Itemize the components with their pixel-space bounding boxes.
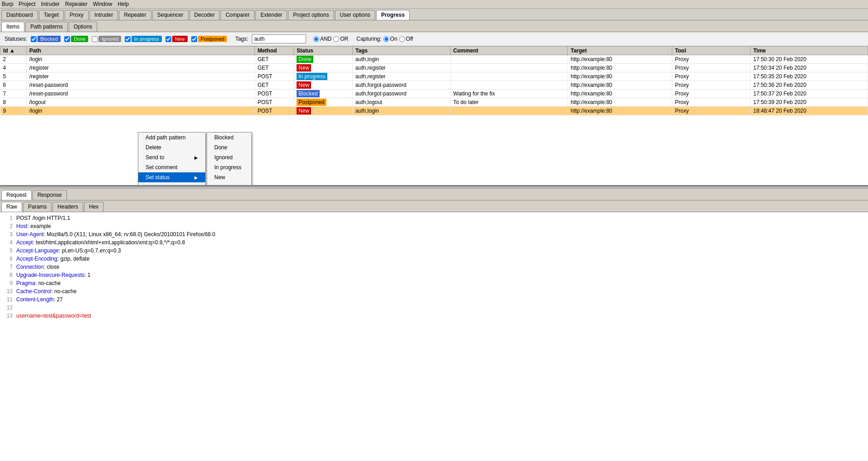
cell-tool: Proxy <box>672 72 750 81</box>
filter-inprogress[interactable]: In progress <box>125 36 162 42</box>
tab-sequencer[interactable]: Sequencer <box>152 10 189 20</box>
cell-path: /reset-password <box>26 90 255 98</box>
ctx-send-to[interactable]: Send to ▶ <box>138 152 205 162</box>
items-table-area[interactable]: Id ▲ Path Method Status Tags Comment Tar… <box>0 46 868 186</box>
tab-headers[interactable]: Headers <box>52 202 83 212</box>
cell-comment <box>450 72 568 81</box>
col-target[interactable]: Target <box>568 47 672 55</box>
filter-postponed[interactable]: Postponed <box>191 36 227 42</box>
table-row[interactable]: 2 /login GET Done auth,login http://exam… <box>0 55 868 64</box>
tab-raw[interactable]: Raw <box>1 202 22 212</box>
capturing-on[interactable]: On <box>383 36 397 42</box>
tab-request[interactable]: Request <box>1 190 32 200</box>
filter-blocked[interactable]: Blocked <box>31 36 61 42</box>
filter-done-checkbox[interactable] <box>64 36 70 42</box>
col-tool[interactable]: Tool <box>672 47 750 55</box>
cell-comment: Waiting for the fix <box>450 90 568 98</box>
menu-window[interactable]: Window <box>93 1 112 7</box>
table-row[interactable]: 6 /reset-password GET New auth,forgot-pa… <box>0 81 868 90</box>
filter-postponed-checkbox[interactable] <box>191 36 197 42</box>
col-method[interactable]: Method <box>255 47 294 55</box>
tab-response[interactable]: Response <box>33 190 67 200</box>
filter-blocked-checkbox[interactable] <box>31 36 37 42</box>
menu-repeater[interactable]: Repeater <box>65 1 87 7</box>
col-status[interactable]: Status <box>294 47 353 55</box>
table-row[interactable]: 8 /logout POST Postponed auth,logout To … <box>0 98 868 107</box>
filter-new-checkbox[interactable] <box>165 36 171 42</box>
tab-hex[interactable]: Hex <box>84 202 104 212</box>
ctx-set-comment[interactable]: Set comment <box>138 162 205 172</box>
tab-extender[interactable]: Extender <box>255 10 287 20</box>
table-row[interactable]: 5 /register POST In progress auth,regist… <box>0 72 868 81</box>
col-tags[interactable]: Tags <box>353 47 450 55</box>
col-id[interactable]: Id ▲ <box>0 47 27 55</box>
cell-target: http://example:80 <box>568 55 672 64</box>
subtab-items[interactable]: Items <box>1 22 24 32</box>
filter-done[interactable]: Done <box>64 36 88 42</box>
code-line: 1POST /login HTTP/1.1 <box>4 214 864 222</box>
menu-help[interactable]: Help <box>118 1 129 7</box>
and-or-selector: AND OR <box>313 36 348 42</box>
filter-new[interactable]: New <box>165 36 188 42</box>
cell-target: http://example:80 <box>568 81 672 90</box>
cell-id: 2 <box>0 55 27 64</box>
cell-tags: auth,logout <box>353 98 450 107</box>
tab-proxy[interactable]: Proxy <box>65 10 89 20</box>
table-row[interactable]: 4 /register GET New auth,register http:/… <box>0 64 868 72</box>
subtab-path-patterns[interactable]: Path patterns <box>25 22 67 32</box>
tab-progress[interactable]: Progress <box>376 10 410 20</box>
cell-target: http://example:80 <box>568 98 672 107</box>
subtab-options[interactable]: Options <box>69 22 97 32</box>
submenu-postponed[interactable]: Postponed <box>207 182 251 186</box>
table-row[interactable]: 9 /login POST New auth,login http://exam… <box>0 107 868 115</box>
ctx-delete[interactable]: Delete <box>138 143 205 152</box>
menu-project[interactable]: Project <box>19 1 35 7</box>
cell-status: New <box>294 107 353 115</box>
cell-path: /register <box>26 64 255 72</box>
cell-tags: auth,forgot-password <box>353 81 450 90</box>
tab-intruder[interactable]: Intruder <box>90 10 118 20</box>
tab-comparer[interactable]: Comparer <box>221 10 255 20</box>
or-label: OR <box>340 36 348 42</box>
filter-inprogress-checkbox[interactable] <box>125 36 131 42</box>
col-comment[interactable]: Comment <box>450 47 568 55</box>
and-option[interactable]: AND <box>313 36 331 42</box>
submenu-done[interactable]: Done <box>207 143 251 152</box>
submenu-ignored[interactable]: Ignored <box>207 152 251 162</box>
cell-method: POST <box>255 90 294 98</box>
ctx-set-status[interactable]: Set status ▶ <box>138 172 205 182</box>
submenu-new[interactable]: New <box>207 172 251 182</box>
cell-method: GET <box>255 64 294 72</box>
tab-decoder[interactable]: Decoder <box>189 10 220 20</box>
capturing-off[interactable]: Off <box>399 36 413 42</box>
tab-params[interactable]: Params <box>23 202 52 212</box>
col-path[interactable]: Path <box>26 47 255 55</box>
col-time[interactable]: Time <box>750 47 868 55</box>
ctx-set-tags[interactable]: Set tags <box>138 182 205 186</box>
code-line: 6Accept-Encoding: gzip, deflate <box>4 255 864 263</box>
menu-burp[interactable]: Burp <box>2 1 13 7</box>
cell-id: 7 <box>0 90 27 98</box>
submenu-blocked[interactable]: Blocked <box>207 133 251 143</box>
code-area[interactable]: 1POST /login HTTP/1.12Host: example3User… <box>0 212 868 461</box>
tab-project-options[interactable]: Project options <box>288 10 334 20</box>
line-number: 6 <box>4 255 13 263</box>
tags-input[interactable] <box>252 34 306 43</box>
ctx-add-path-pattern[interactable]: Add path pattern <box>138 133 205 143</box>
cell-tags: auth,forgot-password <box>353 90 450 98</box>
menu-intruder[interactable]: Intruder <box>41 1 60 7</box>
filter-ignored[interactable]: Ignored <box>92 36 121 42</box>
or-option[interactable]: OR <box>333 36 348 42</box>
tab-repeater[interactable]: Repeater <box>119 10 151 20</box>
table-row[interactable]: 7 /reset-password POST Blocked auth,forg… <box>0 90 868 98</box>
cell-method: GET <box>255 81 294 90</box>
tab-user-options[interactable]: User options <box>335 10 375 20</box>
filter-ignored-checkbox[interactable] <box>92 36 98 42</box>
cell-tool: Proxy <box>672 98 750 107</box>
tab-target[interactable]: Target <box>39 10 64 20</box>
submenu-inprogress[interactable]: In progress <box>207 162 251 172</box>
cell-status: Done <box>294 55 353 64</box>
status-ignored-badge: Ignored <box>99 36 121 42</box>
set-status-arrow-icon: ▶ <box>194 175 198 180</box>
tab-dashboard[interactable]: Dashboard <box>1 10 38 20</box>
